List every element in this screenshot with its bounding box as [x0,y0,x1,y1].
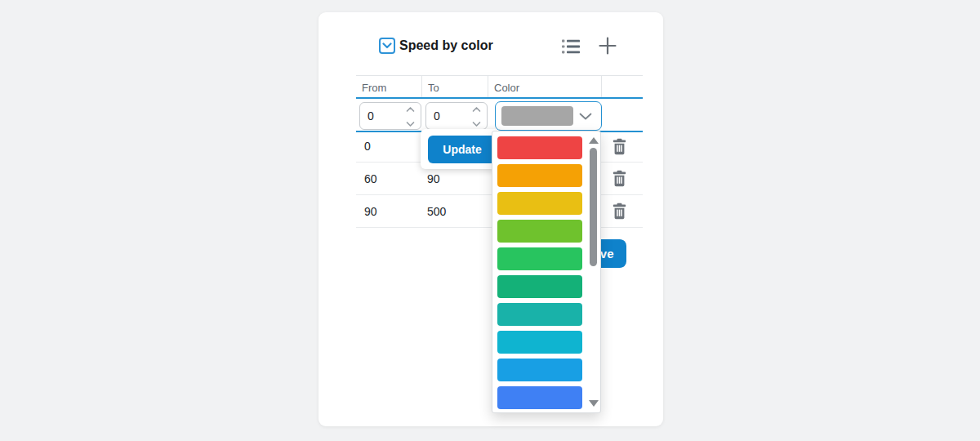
scroll-up-arrow-icon[interactable] [589,137,599,144]
color-swatch-option[interactable] [497,303,582,326]
list-view-button[interactable] [560,36,581,57]
color-swatch-option[interactable] [497,192,582,215]
color-options-list [492,131,589,412]
to-stepper[interactable] [472,106,481,127]
from-stepper[interactable] [406,106,415,127]
from-field [359,102,421,130]
column-header-color: Color [488,76,602,99]
trash-icon [612,203,627,220]
chevron-up-icon [406,106,415,113]
column-header-to: To [422,76,488,99]
chevron-down-icon [406,121,415,127]
color-swatch-option[interactable] [497,247,582,270]
delete-row-button[interactable] [609,136,629,156]
speed-by-color-panel: Speed by color From To Color [318,12,663,426]
plus-icon [597,35,618,56]
chevron-down-icon [382,42,392,49]
color-dropdown [492,131,601,413]
update-button[interactable]: Update [428,136,497,163]
cell-to: 500 [427,195,446,227]
trash-icon [612,138,627,155]
color-swatch-option[interactable] [497,359,582,381]
to-input[interactable] [426,109,467,122]
collapse-checkbox[interactable] [379,38,395,54]
chevron-down-icon [472,121,481,127]
cell-from: 0 [364,131,371,162]
column-header-actions [602,76,643,99]
scroll-down-arrow-icon[interactable] [589,400,599,407]
color-swatch-option[interactable] [497,164,582,187]
color-swatch-option[interactable] [497,331,582,354]
column-header-from: From [356,76,422,99]
page-background: Speed by color From To Color [0,0,980,441]
color-swatch-option[interactable] [497,136,582,159]
table-header-row: From To Color [356,75,643,99]
delete-row-button[interactable] [609,169,629,189]
update-popup: Update [421,129,500,169]
dropdown-scrollbar [588,131,599,412]
delete-row-button[interactable] [609,202,629,221]
add-row-button[interactable] [596,35,619,58]
color-select[interactable] [495,101,602,131]
page-title: Speed by color [399,38,493,54]
editor-row [356,97,643,132]
list-icon [561,36,581,56]
color-swatch-option[interactable] [497,275,582,298]
from-input[interactable] [360,109,401,122]
selected-color-swatch [501,106,573,126]
scrollbar-thumb[interactable] [590,148,597,266]
to-field [425,102,488,130]
color-swatch-option[interactable] [497,220,582,243]
chevron-down-icon [579,113,592,120]
cell-from: 90 [364,195,377,227]
chevron-up-icon [472,106,481,113]
cell-from: 60 [364,163,377,194]
color-swatch-option[interactable] [497,386,582,409]
trash-icon [612,170,627,187]
